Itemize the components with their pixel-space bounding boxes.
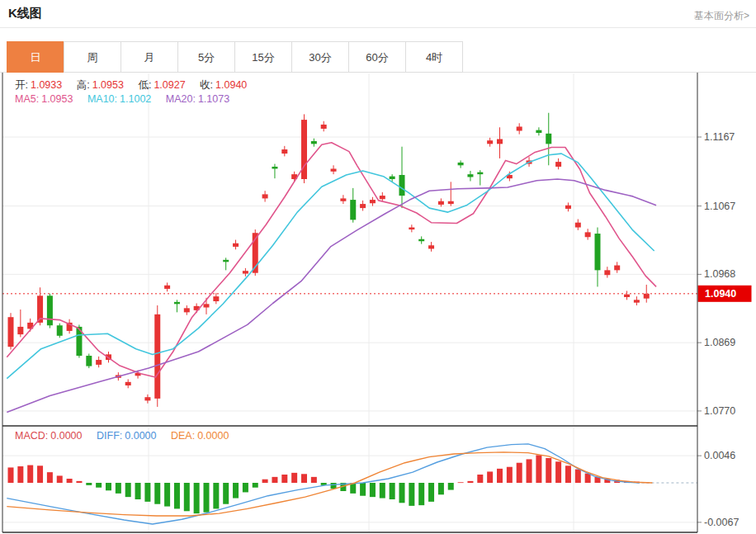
macd-bar: [331, 483, 337, 489]
dea-label: DEA:: [171, 430, 195, 442]
ma-line-ma5: [7, 143, 656, 377]
candle-body: [409, 228, 414, 230]
page-title: K线图: [8, 6, 42, 21]
candle-body: [546, 134, 551, 144]
low-label: 低:: [138, 79, 151, 91]
macd-bar: [17, 466, 23, 483]
macd-axis-label: 0.0046: [704, 450, 735, 461]
tab-interval-6[interactable]: 60分: [348, 41, 406, 73]
last-price-badge-value: 1.0940: [705, 288, 736, 300]
candle-body: [204, 304, 210, 307]
macd-bar: [565, 465, 571, 483]
price-pane[interactable]: [2, 113, 697, 411]
candle-body: [624, 295, 630, 297]
price-axis-label: 1.1067: [704, 201, 735, 212]
macd-bar: [96, 483, 102, 488]
ma-line-ma10: [7, 154, 654, 379]
macd-label: MACD:: [15, 430, 48, 442]
candle-body: [399, 175, 405, 196]
candle-body: [428, 245, 434, 248]
candle-body: [467, 174, 473, 177]
candle-body: [555, 162, 561, 167]
high-value: 1.0953: [92, 79, 124, 91]
macd-bar: [458, 482, 464, 483]
macd-bar: [204, 483, 210, 513]
tab-interval-0[interactable]: 日: [7, 41, 64, 73]
candle-body: [458, 163, 464, 165]
close-value: 1.0940: [215, 79, 247, 91]
candle-body: [125, 382, 131, 385]
macd-bar: [47, 472, 53, 483]
macd-bar: [106, 483, 111, 490]
tab-interval-5[interactable]: 30分: [291, 41, 349, 73]
macd-bar: [37, 465, 43, 483]
macd-bar: [76, 481, 82, 483]
candle-body: [380, 196, 385, 199]
macd-bar: [555, 461, 561, 483]
macd-bar: [546, 458, 551, 483]
macd-bar: [116, 483, 121, 494]
ma-legend: MA5:1.0953 MA10:1.1002 MA20:1.1073: [15, 93, 241, 105]
tab-interval-4[interactable]: 15分: [234, 41, 292, 73]
candle-body: [321, 125, 327, 129]
candle-body: [17, 327, 23, 334]
candle-body: [174, 302, 180, 305]
dea-value: 0.0000: [197, 430, 229, 442]
macd-bar: [527, 459, 532, 483]
tab-interval-7[interactable]: 4时: [405, 41, 463, 73]
candle-body: [262, 194, 268, 198]
close-label: 收:: [200, 79, 213, 91]
macd-legend: MACD:0.0000 DIFF:0.0000 DEA:0.0000: [15, 430, 240, 442]
price-axis-label: 1.0968: [704, 268, 735, 280]
candle-body: [233, 243, 239, 247]
macd-bar: [213, 483, 219, 508]
high-label: 高:: [77, 79, 90, 91]
macd-bar: [27, 465, 33, 483]
ma20-value: 1.1073: [198, 93, 229, 105]
macd-bar: [575, 470, 581, 483]
candle-body: [390, 177, 395, 179]
tab-interval-1[interactable]: 周: [64, 41, 121, 73]
macd-bar: [399, 483, 405, 503]
macd-bar: [184, 483, 190, 511]
candle-body: [144, 397, 150, 400]
candle-body: [86, 356, 92, 366]
macd-bar: [448, 483, 454, 490]
ma5-label: MA5:: [15, 93, 39, 105]
candle-body: [604, 270, 610, 275]
tab-interval-2[interactable]: 月: [120, 41, 178, 73]
interval-tabbar: 日周月5分15分30分60分4时: [0, 41, 756, 73]
candle-body: [536, 130, 541, 133]
ohlc-legend: 开:1.0933 高:1.0953 低:1.0927 收:1.0940: [15, 78, 258, 92]
diff-value: 0.0000: [125, 430, 156, 442]
tab-interval-3[interactable]: 5分: [177, 41, 235, 73]
candle-body: [477, 172, 483, 175]
candle-body: [311, 141, 317, 144]
macd-bar: [281, 475, 287, 483]
fundamental-analysis-link[interactable]: 基本面分析>: [694, 9, 749, 23]
macd-line-dea: [7, 452, 652, 516]
macd-bar: [144, 483, 150, 502]
macd-bar: [262, 480, 268, 483]
ma5-value: 1.0953: [41, 93, 73, 105]
macd-bar: [390, 483, 395, 499]
candle-body: [331, 168, 337, 171]
candle-body: [575, 223, 581, 228]
macd-bar: [174, 483, 180, 508]
macd-bar: [438, 483, 444, 494]
macd-bar: [517, 463, 522, 483]
macd-bar: [57, 475, 63, 483]
macd-pane[interactable]: [2, 455, 697, 522]
macd-bar: [487, 471, 493, 483]
header-divider: [0, 27, 756, 28]
candle-body: [595, 234, 601, 270]
price-axis-label: 1.0770: [704, 405, 735, 417]
macd-bar: [154, 483, 160, 504]
macd-bar: [67, 479, 73, 483]
candle-body: [360, 204, 366, 208]
candle-body: [487, 140, 493, 144]
candle-body: [154, 314, 160, 399]
price-axis-label: 1.0869: [704, 337, 735, 348]
candle-body: [497, 139, 503, 144]
open-label: 开:: [15, 79, 28, 91]
